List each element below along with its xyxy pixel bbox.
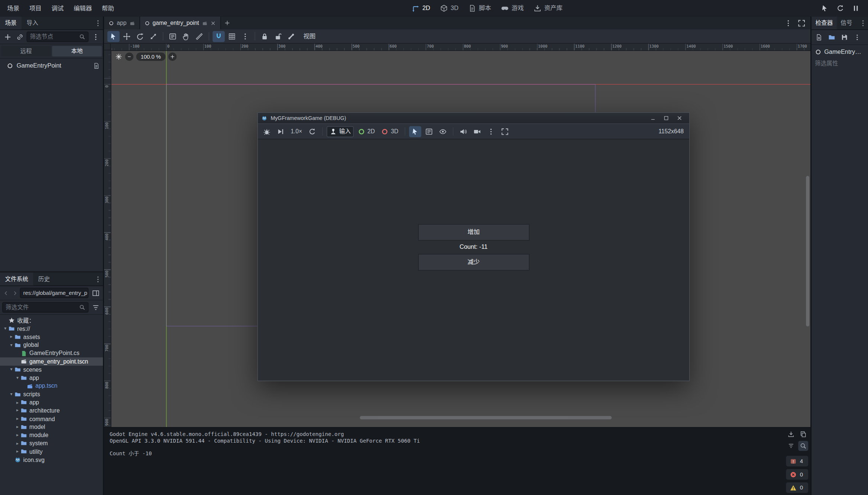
lock-tool[interactable] bbox=[259, 31, 271, 42]
fs-item-game_entry_point.tscn[interactable]: game_entry_point.tscn bbox=[0, 357, 103, 365]
scene-tab-game_entry_point[interactable]: game_entry_point bbox=[140, 17, 221, 29]
history-back-button[interactable] bbox=[2, 288, 9, 298]
scene-dock-tab[interactable]: 场景 bbox=[0, 17, 22, 29]
copy-log-button[interactable] bbox=[798, 429, 808, 439]
close-scene-tab-button[interactable] bbox=[210, 20, 216, 26]
workspace-game[interactable]: 游戏 bbox=[497, 2, 528, 14]
scene-dock-menu-button[interactable] bbox=[90, 32, 101, 42]
add-node-button[interactable] bbox=[2, 32, 13, 42]
workspace-2d[interactable]: 2D bbox=[407, 2, 434, 14]
expand-arrow[interactable]: ▸ bbox=[14, 416, 20, 421]
increase-button[interactable]: 增加 bbox=[418, 224, 529, 241]
game-speed-button[interactable]: 1.0× bbox=[288, 126, 304, 137]
fs-item-app[interactable]: ▸app bbox=[0, 398, 103, 407]
view-menu[interactable]: 视图 bbox=[298, 33, 321, 40]
game-list-select-mode-button[interactable] bbox=[423, 126, 435, 137]
filter-errors-toggle[interactable]: 0 bbox=[786, 469, 809, 479]
fs-item-module[interactable]: ▸module bbox=[0, 431, 103, 439]
zoom-out-button[interactable] bbox=[125, 53, 133, 61]
current-path-input[interactable]: res://global/game_entry_p bbox=[20, 288, 89, 298]
fs-item-global[interactable]: ▾global bbox=[0, 341, 103, 349]
fs-item-command[interactable]: ▸command bbox=[0, 415, 103, 423]
center-view-icon[interactable] bbox=[115, 53, 122, 60]
menu-debug[interactable]: 调试 bbox=[46, 0, 69, 17]
select-tool[interactable] bbox=[107, 31, 120, 42]
fs-item-scripts[interactable]: ▾scripts bbox=[0, 390, 103, 398]
game-visibility-button[interactable] bbox=[437, 126, 449, 137]
game-reset-button[interactable] bbox=[306, 126, 318, 137]
filter-warnings-toggle[interactable]: 0 bbox=[786, 482, 809, 493]
more-button[interactable] bbox=[851, 32, 863, 43]
scale-tool[interactable] bbox=[147, 31, 159, 42]
tab-menu-button[interactable] bbox=[784, 18, 793, 28]
inspector-tab[interactable]: 检查器 bbox=[812, 17, 837, 29]
filesystem-dock-tab[interactable]: 历史 bbox=[33, 273, 55, 285]
menu-project[interactable]: 项目 bbox=[25, 0, 47, 17]
game-camera-override-button[interactable] bbox=[471, 126, 483, 137]
game-debug-options-button[interactable] bbox=[261, 126, 273, 137]
new-resource-button[interactable] bbox=[813, 32, 825, 43]
rotate-tool[interactable] bbox=[134, 31, 146, 42]
fs-item-assets[interactable]: ▸assets bbox=[0, 333, 103, 341]
fs-item-scenes[interactable]: ▾scenes bbox=[0, 365, 103, 374]
fs-item-architecture[interactable]: ▸architecture bbox=[0, 407, 103, 415]
instance-scene-button[interactable] bbox=[14, 32, 25, 42]
workspace-script[interactable]: 脚本 bbox=[464, 2, 496, 14]
skeleton-tool[interactable] bbox=[285, 31, 297, 42]
expand-arrow[interactable]: ▸ bbox=[14, 449, 20, 454]
horizontal-ruler[interactable]: -100010020030040050060070080090010001100… bbox=[111, 44, 810, 51]
menu-scene[interactable]: 场景 bbox=[2, 0, 25, 17]
distraction-free-button[interactable] bbox=[797, 18, 806, 28]
segment-本地[interactable]: 本地 bbox=[52, 46, 102, 56]
fs-item-res://[interactable]: ▾res:// bbox=[0, 325, 103, 333]
pan-tool[interactable] bbox=[180, 31, 192, 42]
history-forward-button[interactable] bbox=[11, 288, 18, 298]
collapse-arrow[interactable]: ▾ bbox=[14, 375, 20, 380]
move-tool[interactable] bbox=[121, 31, 133, 42]
expand-arrow[interactable]: ▸ bbox=[14, 408, 20, 413]
filter-properties-input[interactable]: 筛选属性 bbox=[812, 58, 868, 69]
fs-item-收藏：[interactable]: 收藏： bbox=[0, 316, 103, 325]
expand-arrow[interactable]: ▸ bbox=[8, 334, 14, 339]
game-next-frame-button[interactable] bbox=[275, 126, 287, 137]
zoom-reset-button[interactable]: 100.0 % bbox=[136, 53, 165, 61]
collapse-duplicates-button[interactable] bbox=[786, 441, 796, 451]
scene-tab-app[interactable]: app bbox=[104, 17, 140, 29]
maximize-button[interactable] bbox=[659, 113, 673, 123]
list-select-tool[interactable] bbox=[166, 31, 179, 42]
vertical-scrollbar[interactable] bbox=[806, 176, 809, 326]
zoom-in-button[interactable] bbox=[168, 53, 176, 61]
collapse-arrow[interactable]: ▾ bbox=[8, 367, 14, 372]
filter-nodes-input[interactable]: 筛选节点 bbox=[27, 32, 89, 42]
run-reload-button[interactable] bbox=[835, 3, 846, 14]
scene-node-GameEntryPoint[interactable]: GameEntryPoint bbox=[0, 61, 103, 71]
filesystem-dock-tab-menu[interactable] bbox=[93, 273, 103, 285]
close-button[interactable] bbox=[673, 113, 686, 123]
game-camera-3d-button[interactable]: 3D bbox=[379, 126, 401, 137]
fs-item-app.tscn[interactable]: app.tscn bbox=[0, 382, 103, 390]
2d-viewport[interactable]: -100010020030040050060070080090010001100… bbox=[104, 44, 810, 427]
fs-item-GameEntryPoint.cs[interactable]: GameEntryPoint.cs bbox=[0, 349, 103, 357]
menu-editor[interactable]: 编辑器 bbox=[69, 0, 97, 17]
horizontal-scrollbar[interactable] bbox=[360, 416, 612, 419]
game-input-button[interactable]: 输入 bbox=[327, 126, 354, 137]
workspace-assetlib[interactable]: 资产库 bbox=[529, 2, 567, 14]
toggle-split-mode-button[interactable] bbox=[90, 288, 101, 298]
menu-help[interactable]: 帮助 bbox=[97, 0, 119, 17]
filter-messages-toggle[interactable]: 4 bbox=[786, 456, 809, 466]
game-embed-fullscreen-button[interactable] bbox=[499, 126, 511, 137]
ruler-tool[interactable] bbox=[193, 31, 205, 42]
open-script-button[interactable] bbox=[93, 62, 100, 69]
workspace-3d[interactable]: 3D bbox=[436, 2, 463, 14]
grid-snap-tool[interactable] bbox=[226, 31, 238, 42]
expand-arrow[interactable]: ▸ bbox=[14, 441, 20, 446]
fs-item-app[interactable]: ▾app bbox=[0, 374, 103, 382]
collapse-arrow[interactable]: ▾ bbox=[8, 342, 14, 348]
collapse-arrow[interactable]: ▾ bbox=[2, 326, 8, 331]
expand-arrow[interactable]: ▸ bbox=[14, 433, 20, 438]
save-resource-button[interactable] bbox=[839, 32, 850, 43]
run-play-button[interactable] bbox=[819, 3, 830, 14]
scene-dock-tab[interactable]: 导入 bbox=[22, 17, 43, 29]
new-scene-tab-button[interactable] bbox=[221, 17, 234, 29]
game-camera-2d-button[interactable]: 2D bbox=[355, 126, 377, 137]
